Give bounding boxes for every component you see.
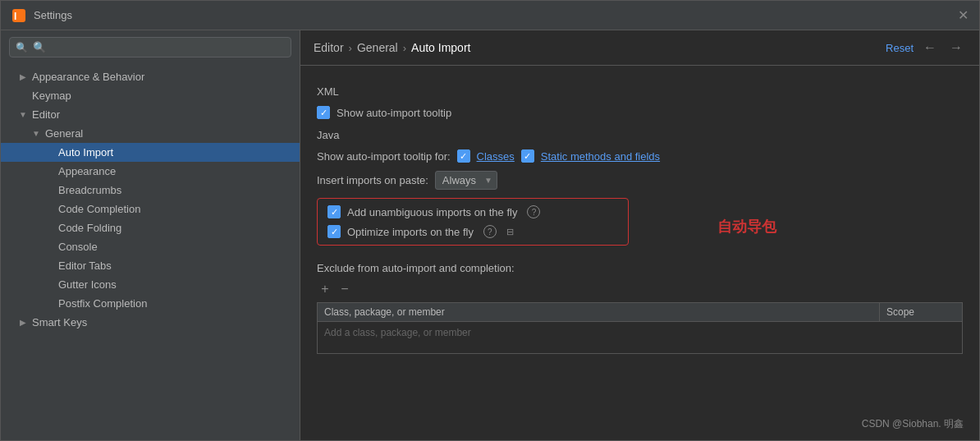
- sidebar-item-breadcrumbs[interactable]: Breadcrumbs: [1, 181, 300, 200]
- spacer-icon: [44, 223, 55, 234]
- xml-show-tooltip-label: Show auto-import tooltip: [337, 107, 451, 119]
- add-exclude-button[interactable]: +: [317, 281, 333, 297]
- sidebar-label: Console: [58, 241, 98, 253]
- search-icon: 🔍: [16, 42, 28, 53]
- breadcrumb-sep1: ›: [349, 42, 352, 54]
- spacer-icon: [44, 279, 55, 291]
- auto-import-box: Add unambiguous imports on the fly ? Opt…: [317, 198, 629, 246]
- exclude-table-header: Class, package, or member Scope: [317, 302, 963, 321]
- sidebar-item-general[interactable]: ▼ General: [1, 124, 300, 143]
- svg-text:I: I: [14, 11, 16, 22]
- col-scope: Scope: [880, 303, 962, 321]
- spacer-icon: [17, 90, 29, 102]
- breadcrumb-general: General: [357, 41, 398, 54]
- chevron-right-icon: ▶: [17, 317, 29, 328]
- sidebar-item-console[interactable]: Console: [1, 237, 300, 256]
- plus-minus-row: + −: [317, 281, 963, 297]
- optimize-imports-checkbox[interactable]: [327, 225, 341, 238]
- insert-imports-select-wrap: Always Ask Never ▼: [435, 171, 497, 190]
- java-classes-label: Classes: [477, 150, 515, 163]
- chevron-down-icon: ▼: [30, 128, 42, 140]
- settings-window: I Settings ✕ 🔍 ▶ Appearance & Behavior: [0, 0, 980, 441]
- nav-tree: ▶ Appearance & Behavior Keymap ▼ Editor …: [1, 64, 300, 440]
- title-bar: I Settings ✕: [1, 1, 979, 30]
- java-static-label: Static methods and fields: [541, 150, 660, 163]
- java-static-checkbox[interactable]: [521, 149, 534, 163]
- annotation-text: 自动导包: [717, 217, 776, 237]
- search-box: 🔍: [9, 37, 291, 57]
- java-classes-checkbox[interactable]: [457, 149, 470, 163]
- optimize-imports-label: Optimize imports on the fly: [347, 226, 474, 238]
- sidebar-item-code-folding[interactable]: Code Folding: [1, 218, 300, 237]
- sidebar-item-gutter-icons[interactable]: Gutter Icons: [1, 275, 300, 294]
- sidebar-item-editor-tabs[interactable]: Editor Tabs: [1, 256, 300, 275]
- add-unambiguous-row: Add unambiguous imports on the fly ?: [327, 205, 618, 218]
- xml-show-tooltip-row: Show auto-import tooltip: [317, 106, 963, 119]
- sidebar-label: General: [45, 127, 83, 140]
- chevron-down-icon: ▼: [17, 109, 29, 121]
- sidebar-label: Breadcrumbs: [58, 184, 121, 196]
- watermark: CSDN @Siobhan. 明鑫: [862, 417, 964, 431]
- sidebar-label: Keymap: [32, 90, 71, 102]
- sidebar-label: Code Completion: [58, 203, 140, 215]
- sidebar-label: Gutter Icons: [58, 278, 117, 291]
- settings-content: XML Show auto-import tooltip Java Show a…: [300, 66, 979, 440]
- breadcrumb-editor: Editor: [314, 41, 344, 54]
- settings-small-icon: ⊟: [505, 226, 516, 237]
- breadcrumb-sep2: ›: [403, 42, 406, 54]
- java-section-label: Java: [317, 129, 963, 141]
- sidebar-item-auto-import[interactable]: Auto Import: [1, 143, 300, 162]
- sidebar-item-appearance-behavior[interactable]: ▶ Appearance & Behavior: [1, 67, 300, 86]
- close-button[interactable]: ✕: [956, 9, 969, 22]
- table-empty-row: Add a class, package, or member: [318, 322, 962, 343]
- insert-imports-label: Insert imports on paste:: [317, 174, 428, 186]
- sidebar-label: Auto Import: [58, 146, 113, 158]
- right-panel: Editor › General › Auto Import Reset ← →…: [300, 30, 979, 440]
- sidebar-item-appearance[interactable]: Appearance: [1, 162, 300, 181]
- remove-exclude-button[interactable]: −: [337, 281, 353, 297]
- insert-imports-row: Insert imports on paste: Always Ask Neve…: [317, 171, 963, 190]
- breadcrumb-actions: Reset ← →: [886, 39, 966, 57]
- sidebar-item-code-completion[interactable]: Code Completion: [1, 200, 300, 218]
- spacer-icon: [44, 147, 55, 158]
- search-input[interactable]: [9, 37, 291, 57]
- spacer-icon: [44, 298, 55, 310]
- sidebar-label: Appearance: [58, 165, 116, 177]
- spacer-icon: [44, 185, 55, 196]
- exclude-section: Exclude from auto-import and completion:…: [317, 262, 963, 354]
- sidebar-label: Smart Keys: [32, 316, 87, 328]
- xml-show-tooltip-checkbox[interactable]: [317, 106, 330, 119]
- help-icon-1: ?: [527, 205, 540, 218]
- sidebar-item-postfix-completion[interactable]: Postfix Completion: [1, 294, 300, 313]
- spacer-icon: [44, 260, 55, 272]
- help-icon-2: ?: [483, 225, 497, 238]
- sidebar-label: Editor Tabs: [58, 260, 112, 272]
- sidebar-item-keymap[interactable]: Keymap: [1, 86, 300, 105]
- optimize-imports-row: Optimize imports on the fly ? ⊟: [327, 225, 618, 238]
- chevron-right-icon: ▶: [17, 71, 29, 83]
- back-button[interactable]: ←: [920, 39, 940, 57]
- col-class-package: Class, package, or member: [318, 303, 880, 321]
- reset-button[interactable]: Reset: [886, 42, 914, 54]
- sidebar-item-smart-keys[interactable]: ▶ Smart Keys: [1, 313, 300, 332]
- sidebar-item-editor[interactable]: ▼ Editor: [1, 105, 300, 124]
- window-title: Settings: [34, 9, 956, 21]
- add-unambiguous-checkbox[interactable]: [327, 205, 341, 218]
- breadcrumb-auto-import: Auto Import: [411, 41, 470, 54]
- spacer-icon: [44, 241, 55, 253]
- forward-button[interactable]: →: [946, 39, 966, 57]
- add-unambiguous-label: Add unambiguous imports on the fly: [347, 206, 517, 218]
- sidebar-label: Postfix Completion: [58, 297, 147, 310]
- exclude-table-body: Add a class, package, or member: [317, 321, 963, 354]
- highlighted-section: Add unambiguous imports on the fly ? Opt…: [317, 198, 629, 255]
- breadcrumb-bar: Editor › General › Auto Import Reset ← →: [300, 30, 979, 66]
- app-icon: I: [11, 7, 27, 24]
- java-tooltip-label: Show auto-import tooltip for:: [317, 150, 451, 163]
- main-content: 🔍 ▶ Appearance & Behavior Keymap ▼ Edito: [1, 30, 979, 440]
- spacer-icon: [44, 166, 55, 177]
- java-tooltip-row: Show auto-import tooltip for: Classes St…: [317, 149, 963, 163]
- sidebar: 🔍 ▶ Appearance & Behavior Keymap ▼ Edito: [1, 30, 300, 440]
- insert-imports-select[interactable]: Always Ask Never: [435, 171, 497, 190]
- spacer-icon: [44, 204, 55, 215]
- exclude-label: Exclude from auto-import and completion:: [317, 262, 963, 274]
